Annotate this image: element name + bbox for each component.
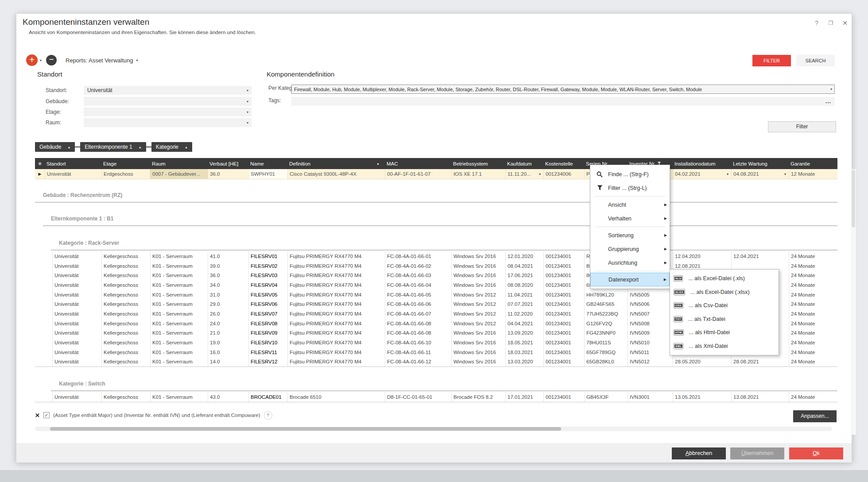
cell-kaufdatum[interactable]: 17.06.2021 [505, 270, 543, 280]
cell-verbaut-he[interactable]: 24.0 [208, 319, 248, 328]
cell-name[interactable]: FILESRV04 [248, 280, 287, 290]
remove-button[interactable]: − [46, 55, 57, 66]
cell-mac[interactable]: FC-08-4A-01-66-07 [385, 309, 451, 319]
cell-raum[interactable]: K01 - Serverraum [150, 347, 208, 357]
cell-garantie[interactable]: 24 Monate [789, 299, 832, 309]
filter-tab-button[interactable]: FILTER [752, 55, 791, 66]
column-header-kaufdatum[interactable]: Kaufdatum [505, 158, 543, 169]
cell-kostenstelle[interactable]: 001234001 [543, 270, 584, 280]
column-header-verbaut-he[interactable]: Verbaut [HE] [208, 158, 248, 169]
cell-definition[interactable]: Fujitsu PRIMERGY RX4770 M4 [287, 309, 385, 319]
cell-betriebssystem[interactable]: Windows Srv 2012 [451, 309, 505, 319]
cell-standort[interactable]: Universität [45, 169, 101, 179]
cell-etage[interactable]: Kellergeschoss [101, 392, 150, 402]
cell-kostenstelle[interactable]: 001234006 [543, 169, 584, 179]
filter-funnel-icon[interactable] [264, 411, 272, 420]
cell-kostenstelle[interactable]: 001234001 [543, 338, 584, 347]
cell-betriebssystem[interactable]: Windows Srv 2016 [451, 328, 505, 338]
cell-betriebssystem[interactable]: Windows Srv 2016 [451, 251, 505, 261]
cell-verbaut-he[interactable]: 39.0 [208, 261, 248, 271]
cell-betriebssystem[interactable]: Windows Srv 2016 [451, 270, 505, 280]
cell-definition[interactable]: Fujitsu PRIMERGY RX4770 M4 [287, 338, 385, 347]
field-standort-dropdown[interactable]: Universität▾ [84, 86, 252, 95]
cell-verbaut-he[interactable]: 26.0 [208, 309, 248, 319]
cell-etage[interactable]: Kellergeschoss [101, 290, 150, 300]
table-row[interactable]: UniversitätKellergeschossK01 - Serverrau… [35, 251, 837, 261]
column-header-definition[interactable]: Definition▲ [287, 158, 385, 169]
cell-kostenstelle[interactable]: 001234001 [543, 319, 584, 328]
column-header-betriebssystem[interactable]: Betriebssystem [451, 158, 505, 169]
cell-inventar-nr[interactable]: IVN5007 [628, 309, 673, 319]
column-header-kostenstelle[interactable]: Kostenstelle [543, 158, 584, 169]
cell-inventar-nr[interactable]: IVN5005 [628, 290, 673, 300]
cell-raum[interactable]: K01 - Serverraum [150, 280, 208, 290]
horizontal-scrollbar-thumb[interactable] [50, 427, 561, 431]
cell-garantie[interactable]: 24 Monate [789, 328, 832, 338]
column-header-installationsdatum[interactable]: Installationsdatum [673, 158, 731, 169]
cell-etage[interactable]: Kellergeschoss [101, 328, 150, 338]
menu-item-datenexport[interactable]: Datenexport▶ [590, 273, 670, 286]
cell-betriebssystem[interactable]: Windows Srv 2012 [451, 290, 505, 300]
cell-etage[interactable]: Kellergeschoss [101, 270, 150, 280]
cell-kostenstelle[interactable]: 001234001 [543, 299, 584, 309]
cell-raum[interactable]: K01 - Serverraum [150, 338, 208, 347]
cell-betriebssystem[interactable]: Windows Srv 2016 [451, 261, 505, 271]
cell-standort[interactable]: Universität [52, 347, 101, 357]
column-header-name[interactable]: Name [248, 158, 287, 169]
cell-mac[interactable]: FC-08-4A-01-66-03 [385, 270, 451, 280]
cell-garantie[interactable]: 24 Monate [789, 280, 832, 290]
cell-inventar-nr[interactable]: IVN5008 [628, 319, 673, 328]
cell-verbaut-he[interactable]: 29.0 [208, 299, 248, 309]
cell-definition[interactable]: Fujitsu PRIMERGY RX4770 M4 [287, 261, 385, 271]
cell-kostenstelle[interactable]: 001234001 [543, 280, 584, 290]
cell-etage[interactable]: Kellergeschoss [101, 280, 150, 290]
cell-verbaut-he[interactable]: 36.0 [208, 169, 248, 179]
cell-installationsdatum[interactable]: 13.05.2021 [673, 392, 731, 402]
cell-mac[interactable]: D8-1F-CC-01-65-01 [385, 392, 451, 402]
cell-definition[interactable]: Fujitsu PRIMERGY RX4770 M4 [287, 280, 385, 290]
group-chip-elternkomponente-1[interactable]: Elternkomponente 1▲ [80, 142, 146, 152]
anpassen-button[interactable]: Anpassen... [793, 410, 837, 422]
export-item-txt[interactable]: TXT... als Txt-Datei [670, 312, 779, 326]
cell-installationsdatum[interactable]: 12.04.2020 [673, 251, 731, 261]
cell-letzte-wartung[interactable]: 12.04.2021 [731, 251, 789, 261]
cell-betriebssystem[interactable]: Windows Srv 2012 [451, 299, 505, 309]
cell-kaufdatum[interactable]: 18.05.2021 [505, 338, 543, 347]
cell-definition[interactable]: Fujitsu PRIMERGY RX4770 M4 [287, 299, 385, 309]
cell-garantie[interactable]: 24 Monate [789, 261, 832, 271]
column-header-garantie[interactable]: Garantie [789, 158, 832, 169]
field-etage-dropdown[interactable]: ▾ [84, 108, 252, 116]
cell-mac[interactable]: FC-08-4A-01-66-08 [385, 328, 451, 338]
cell-kaufdatum[interactable]: 11.02.2020 [505, 309, 543, 319]
cell-serien-nr[interactable]: GB246FS65 [584, 299, 628, 309]
cell-betriebssystem[interactable]: Windows Srv 2016 [451, 280, 505, 290]
cell-name[interactable]: SWPHY01 [248, 169, 287, 179]
cell-standort[interactable]: Universität [52, 392, 101, 402]
column-header-standort[interactable]: Standort [45, 158, 101, 169]
cell-kaufdatum[interactable]: 04.04.2021 [505, 319, 543, 328]
cell-garantie[interactable]: 24 Monate [789, 347, 832, 357]
cell-inventar-nr[interactable]: IVN3001 [628, 392, 673, 402]
cell-letzte-wartung[interactable]: 13.08.2021 [731, 392, 789, 402]
cell-name[interactable]: BROCADE01 [248, 392, 287, 402]
table-row[interactable]: UniversitätKellergeschossK01 - Serverrau… [35, 392, 837, 402]
cell-inventar-nr[interactable]: IVN5011 [628, 347, 673, 357]
cell-mac[interactable]: FC-08-4A-01-66-02 [385, 261, 451, 271]
cell-name[interactable]: FILESRV01 [248, 251, 287, 261]
cell-etage[interactable]: Erdgeschoss [101, 169, 150, 179]
cell-etage[interactable]: Kellergeschoss [101, 299, 150, 309]
cell-definition[interactable]: Cisco Catalyst 9300L-48P-4X [287, 169, 385, 179]
cell-kaufdatum[interactable]: 08.08.2020 [505, 280, 543, 290]
cell-verbaut-he[interactable]: 31.0 [208, 290, 248, 300]
cell-garantie[interactable]: 24 Monate [789, 338, 832, 347]
cell-kostenstelle[interactable]: 001234001 [543, 290, 584, 300]
cell-definition[interactable]: Fujitsu PRIMERGY RX4770 M4 [287, 251, 385, 261]
export-item-csv[interactable]: CSV... als Csv-Datei [670, 299, 779, 312]
cell-verbaut-he[interactable]: 36.0 [208, 270, 248, 280]
cell-installationsdatum[interactable]: 28.05.2020 [673, 357, 731, 367]
cell-garantie[interactable]: 12 Monate [789, 169, 832, 179]
ok-button[interactable]: Ok [789, 447, 843, 459]
cell-raum[interactable]: K01 - Serverraum [150, 299, 208, 309]
cell-raum[interactable]: K01 - Serverraum [150, 251, 208, 261]
menu-item-sortierung[interactable]: Sortierung▶ [590, 228, 670, 242]
